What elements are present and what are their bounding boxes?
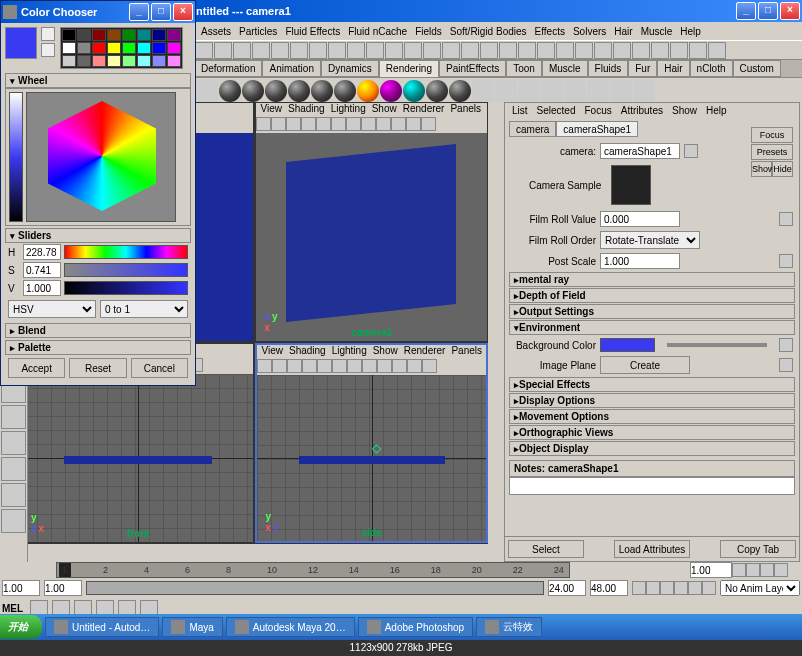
- vp-renderer[interactable]: Renderer: [402, 345, 448, 359]
- animlayer-select[interactable]: No Anim Layer: [720, 580, 800, 596]
- reset-button[interactable]: Reset: [69, 358, 126, 378]
- tool-icon[interactable]: [537, 42, 555, 59]
- tool-icon[interactable]: [385, 42, 403, 59]
- start-field[interactable]: [44, 580, 82, 596]
- toolbox-icon[interactable]: [1, 405, 26, 429]
- vp-view[interactable]: View: [258, 103, 284, 117]
- section-output[interactable]: Output Settings: [509, 304, 795, 319]
- shelf-icon[interactable]: [196, 80, 218, 102]
- viewport-canvas[interactable]: z yx camera1: [256, 133, 487, 341]
- vp-icon[interactable]: [406, 117, 421, 131]
- current-time-field[interactable]: [690, 562, 732, 578]
- palette-swatch[interactable]: [62, 55, 76, 67]
- tab-custom[interactable]: Custom: [733, 60, 781, 77]
- cancel-button[interactable]: Cancel: [131, 358, 188, 378]
- tool-icon[interactable]: [689, 42, 707, 59]
- tab-toon[interactable]: Toon: [506, 60, 542, 77]
- tab-animation[interactable]: Animation: [262, 60, 320, 77]
- palette-swatch[interactable]: [167, 42, 181, 54]
- play-icon[interactable]: [732, 563, 746, 577]
- shader-sphere-icon[interactable]: [357, 80, 379, 102]
- toolbox-icon[interactable]: [1, 431, 26, 455]
- shader-sphere-icon[interactable]: [426, 80, 448, 102]
- playback-icon[interactable]: [688, 581, 702, 595]
- range-select[interactable]: 0 to 1: [100, 300, 188, 318]
- vp-icon[interactable]: [286, 117, 301, 131]
- tool-icon[interactable]: [252, 42, 270, 59]
- tool-icon[interactable]: [366, 42, 384, 59]
- vp-icon[interactable]: [332, 359, 347, 373]
- tab-rendering[interactable]: Rendering: [379, 60, 439, 77]
- palette-swatch[interactable]: [167, 55, 181, 67]
- vp-icon[interactable]: [287, 359, 302, 373]
- menu-solvers[interactable]: Solvers: [570, 26, 609, 37]
- tool-icon[interactable]: [271, 42, 289, 59]
- tool-icon[interactable]: [594, 42, 612, 59]
- section-movementoptions[interactable]: Movement Options: [509, 409, 795, 424]
- tool-icon[interactable]: [556, 42, 574, 59]
- palette-swatch[interactable]: [107, 29, 121, 41]
- shader-sphere-icon[interactable]: [265, 80, 287, 102]
- vp-icon[interactable]: [256, 117, 271, 131]
- s-field[interactable]: [23, 262, 61, 278]
- tool-icon[interactable]: [404, 42, 422, 59]
- playback-icon[interactable]: [660, 581, 674, 595]
- palette-swatch[interactable]: [122, 55, 136, 67]
- vp-icon[interactable]: [376, 117, 391, 131]
- range-slider[interactable]: [86, 581, 544, 595]
- attr-menu-selected[interactable]: Selected: [534, 105, 579, 117]
- postscale-field[interactable]: [600, 253, 680, 269]
- shader-sphere-icon[interactable]: [311, 80, 333, 102]
- filmrollvalue-field[interactable]: [600, 211, 680, 227]
- show-button[interactable]: Show: [751, 161, 772, 177]
- h-slider[interactable]: [64, 245, 188, 259]
- playback-icon[interactable]: [702, 581, 716, 595]
- shelf-icon[interactable]: [564, 80, 586, 102]
- tool-icon[interactable]: [195, 42, 213, 59]
- vp-icon[interactable]: [346, 117, 361, 131]
- map-button[interactable]: [779, 358, 793, 372]
- palette-swatch[interactable]: [152, 29, 166, 41]
- playback-icon[interactable]: [646, 581, 660, 595]
- taskbar-item[interactable]: Autodesk Maya 20…: [226, 617, 355, 637]
- attr-menu-help[interactable]: Help: [703, 105, 730, 117]
- shelf-icon[interactable]: [610, 80, 632, 102]
- bgcolor-swatch[interactable]: [600, 338, 655, 352]
- vp-icon[interactable]: [422, 359, 437, 373]
- attr-tab-camera[interactable]: camera: [509, 121, 556, 137]
- vp-shading[interactable]: Shading: [287, 345, 328, 359]
- palette-swatch[interactable]: [152, 55, 166, 67]
- bgcolor-slider[interactable]: [667, 343, 767, 347]
- taskbar-item[interactable]: Adobe Photoshop: [358, 617, 474, 637]
- hide-button[interactable]: Hide: [772, 161, 793, 177]
- palette-swatch[interactable]: [92, 42, 106, 54]
- toolbox-icon[interactable]: [1, 509, 26, 533]
- viewport-canvas[interactable]: ◇ yx z side: [257, 375, 486, 541]
- vp-icon[interactable]: [391, 117, 406, 131]
- section-orthoviews[interactable]: Orthographic Views: [509, 425, 795, 440]
- section-objectdisplay[interactable]: Object Display: [509, 441, 795, 456]
- minimize-button[interactable]: _: [736, 2, 756, 20]
- filmrollorder-select[interactable]: Rotate-Translate: [600, 231, 700, 249]
- menu-fluideffects[interactable]: Fluid Effects: [282, 26, 343, 37]
- shelf-icon[interactable]: [541, 80, 563, 102]
- section-dof[interactable]: Depth of Field: [509, 288, 795, 303]
- section-displayoptions[interactable]: Display Options: [509, 393, 795, 408]
- palette-swatch[interactable]: [137, 55, 151, 67]
- tab-dynamics[interactable]: Dynamics: [321, 60, 379, 77]
- shader-sphere-icon[interactable]: [288, 80, 310, 102]
- eyedropper-icon[interactable]: [41, 27, 55, 41]
- shader-sphere-icon[interactable]: [403, 80, 425, 102]
- attr-menu-show[interactable]: Show: [669, 105, 700, 117]
- tool-icon[interactable]: [670, 42, 688, 59]
- range-start-field[interactable]: [2, 580, 40, 596]
- time-ruler[interactable]: 124681012141618202224: [56, 562, 570, 578]
- play-icon[interactable]: [746, 563, 760, 577]
- vp-icon[interactable]: [271, 117, 286, 131]
- vp-icon[interactable]: [347, 359, 362, 373]
- tab-fluids[interactable]: Fluids: [588, 60, 629, 77]
- vp-icon[interactable]: [301, 117, 316, 131]
- tool-icon[interactable]: [461, 42, 479, 59]
- vp-icon[interactable]: [316, 117, 331, 131]
- tool-icon[interactable]: [708, 42, 726, 59]
